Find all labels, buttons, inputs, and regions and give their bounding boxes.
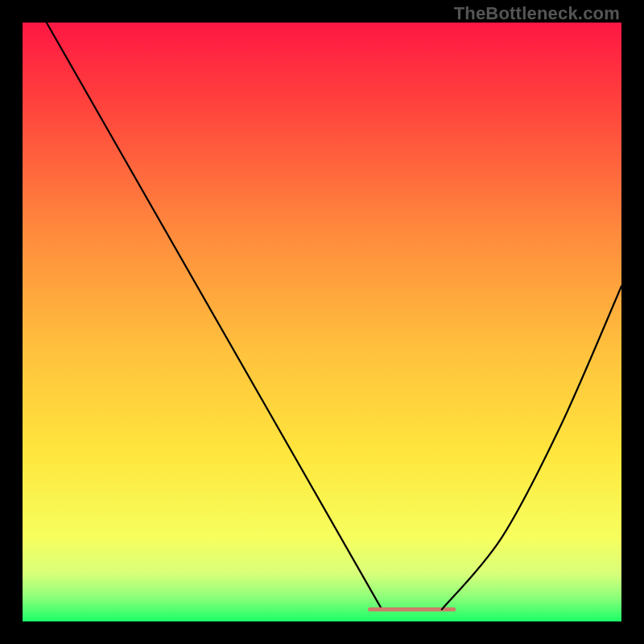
watermark-text: TheBottleneck.com [454,3,620,24]
gradient-background [23,23,621,621]
plot-area [23,23,621,621]
bottleneck-chart [23,23,621,621]
